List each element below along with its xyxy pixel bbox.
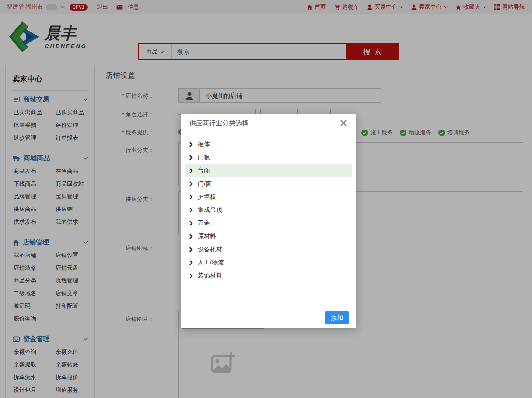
chevron-right-icon [189,181,193,187]
category-row[interactable]: 原材料 [185,230,352,243]
page: 福建省 福州市 CFV1 退出 信息 首页 购物车 买家中心 [0,0,532,398]
chevron-right-icon [189,234,193,239]
modal-header: 供应商行业分类选择 [181,114,356,132]
close-icon[interactable] [340,119,347,127]
category-row[interactable]: 护墙板 [185,190,352,204]
chevron-right-icon [189,194,193,200]
category-row[interactable]: 台面 [185,164,352,177]
chevron-right-icon [189,260,193,265]
category-row[interactable]: 人工/物流 [185,256,352,269]
modal-title: 供应商行业分类选择 [189,119,340,127]
category-row[interactable]: 门板 [185,151,352,164]
category-row[interactable]: 装饰材料 [185,269,352,282]
chevron-right-icon [189,155,193,160]
chevron-right-icon [189,221,193,226]
chevron-right-icon [189,208,193,213]
category-row[interactable]: 柜体 [185,138,352,151]
category-select-modal: 供应商行业分类选择 柜体 门板 台面 门/窗 护墙板 集成吊 [181,114,356,328]
category-row[interactable]: 五金 [185,217,352,230]
category-row[interactable]: 门/窗 [185,177,352,190]
add-button[interactable]: 添加 [325,311,349,324]
chevron-right-icon [189,142,193,147]
chevron-right-icon [189,247,193,252]
chevron-right-icon [189,273,193,278]
chevron-right-icon [189,168,193,173]
category-row[interactable]: 集成吊顶 [185,204,352,217]
category-row[interactable]: 设备耗材 [185,243,352,256]
